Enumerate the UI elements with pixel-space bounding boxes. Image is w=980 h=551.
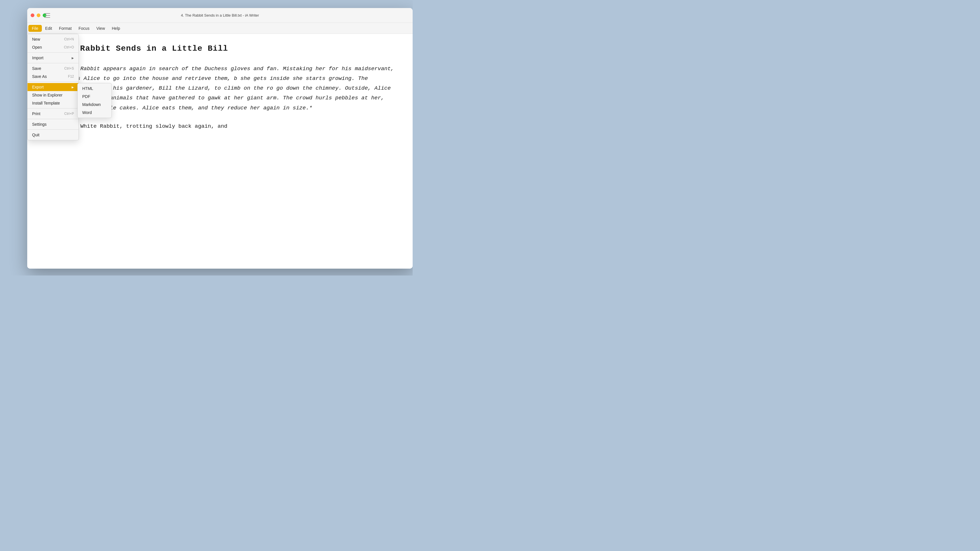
menu-export[interactable]: Export ▶: [27, 83, 78, 91]
menu-print[interactable]: Print Ctrl+P: [27, 110, 78, 118]
export-submenu: HTML PDF Markdown Word: [77, 83, 112, 118]
export-html[interactable]: HTML: [78, 84, 111, 92]
menu-open[interactable]: Open Ctrl+O: [27, 43, 78, 51]
menu-install-template[interactable]: Install Template: [27, 99, 78, 107]
close-button[interactable]: [31, 13, 34, 17]
document-title: 4. The Rabbit Sends in a Little Bill: [45, 42, 395, 55]
menu-export-wrapper: Export ▶ HTML PDF Markdown Word: [27, 83, 78, 91]
menu-file[interactable]: File: [29, 25, 42, 32]
menu-save-as[interactable]: Save As F12: [27, 73, 78, 81]
menu-show-in-explorer[interactable]: Show in Explorer: [27, 91, 78, 99]
menu-import[interactable]: Import ▶: [27, 54, 78, 62]
menu-quit[interactable]: Quit: [27, 131, 78, 139]
export-pdf[interactable]: PDF: [78, 92, 111, 100]
sidebar-toggle-button[interactable]: [45, 13, 50, 18]
app-window: 4. The Rabbit Sends in a Little Bill.txt…: [27, 8, 413, 268]
export-word[interactable]: Word: [78, 108, 111, 117]
menu-edit[interactable]: Edit: [42, 25, 56, 32]
minimize-button[interactable]: [37, 13, 40, 17]
file-dropdown-menu: New Ctrl+N Open Ctrl+O Import ▶ Save Ctr…: [27, 34, 79, 140]
menu-help[interactable]: Help: [108, 25, 124, 32]
window-title: 4. The Rabbit Sends in a Little Bill.txt…: [181, 13, 259, 17]
menu-save[interactable]: Save Ctrl+S: [27, 64, 78, 73]
menu-view[interactable]: View: [93, 25, 108, 32]
menu-focus[interactable]: Focus: [75, 25, 93, 32]
title-bar: 4. The Rabbit Sends in a Little Bill.txt…: [27, 8, 413, 23]
document-paragraph-2: It was the White Rabbit, trotting slowly…: [45, 121, 395, 131]
menu-settings[interactable]: Settings: [27, 120, 78, 128]
export-markdown[interactable]: Markdown: [78, 100, 111, 108]
document-content: 4. The Rabbit Sends in a Little Bill *Th…: [27, 34, 413, 268]
window-controls: [31, 13, 46, 17]
separator-6: [27, 129, 78, 130]
separator-1: [27, 52, 78, 53]
menu-format[interactable]: Format: [56, 25, 75, 32]
menu-bar: File Edit Format Focus View Help New Ctr…: [27, 23, 413, 34]
menu-new[interactable]: New Ctrl+N: [27, 35, 78, 43]
